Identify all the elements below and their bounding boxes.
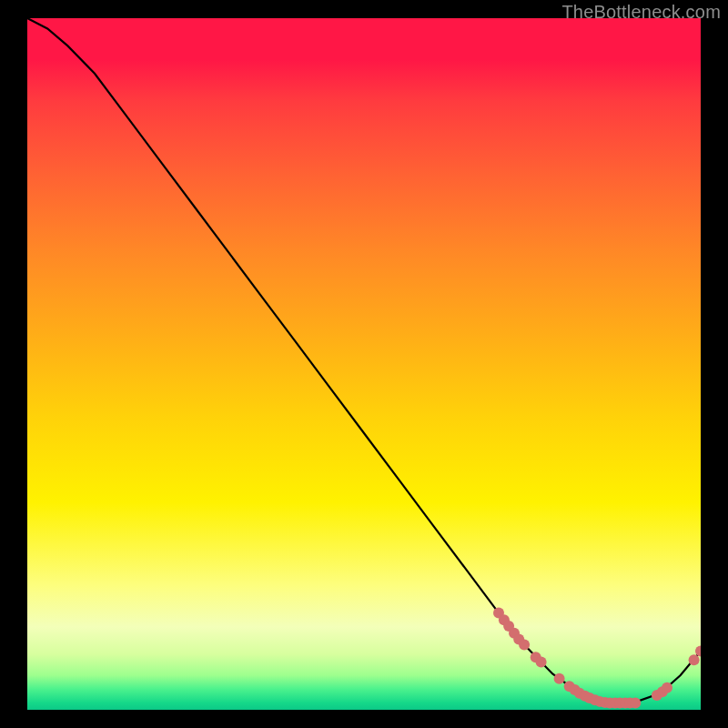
chart-stage: TheBottleneck.com: [0, 0, 728, 728]
data-point: [519, 640, 530, 651]
curve-line: [27, 18, 701, 703]
watermark-text: TheBottleneck.com: [561, 2, 721, 23]
data-point: [536, 657, 547, 668]
data-markers: [493, 608, 701, 709]
data-point: [689, 654, 700, 665]
data-point: [554, 673, 565, 684]
data-point: [662, 682, 672, 693]
data-point: [630, 697, 641, 708]
data-point: [695, 645, 701, 656]
plot-area: [27, 18, 701, 710]
chart-svg: [27, 18, 701, 710]
